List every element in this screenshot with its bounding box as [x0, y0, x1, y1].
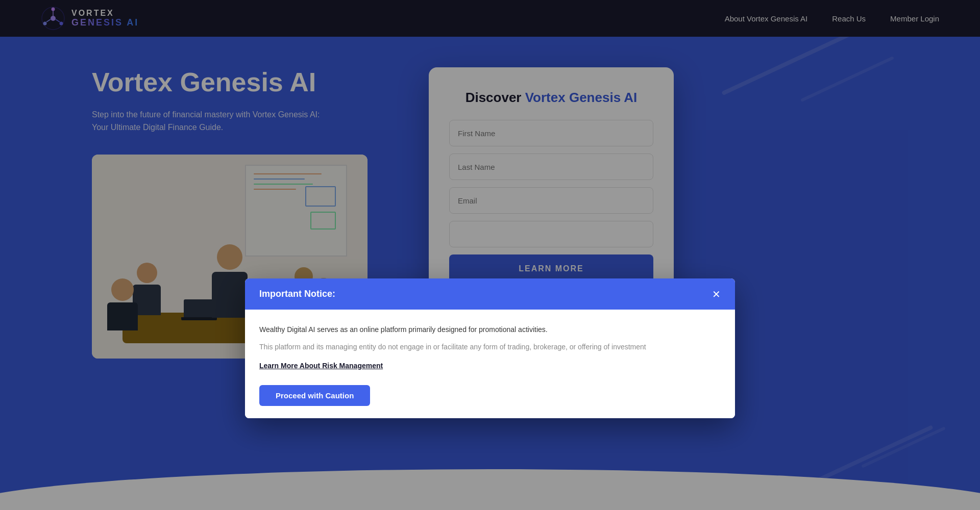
- modal-body: Wealthy Digital AI serves as an online p…: [245, 310, 735, 385]
- risk-management-link[interactable]: Learn More About Risk Management: [259, 362, 721, 370]
- modal-text-2: This platform and its managing entity do…: [259, 341, 721, 353]
- modal-close-button[interactable]: ✕: [712, 289, 721, 299]
- modal-title: Important Notice:: [259, 289, 335, 299]
- modal-text-1: Wealthy Digital AI serves as an online p…: [259, 324, 721, 336]
- modal-box: Important Notice: ✕ Wealthy Digital AI s…: [245, 278, 735, 418]
- modal-footer: Proceed with Caution: [245, 385, 735, 418]
- modal-overlay: Important Notice: ✕ Wealthy Digital AI s…: [0, 0, 980, 510]
- modal-header: Important Notice: ✕: [245, 278, 735, 310]
- proceed-button[interactable]: Proceed with Caution: [259, 385, 370, 406]
